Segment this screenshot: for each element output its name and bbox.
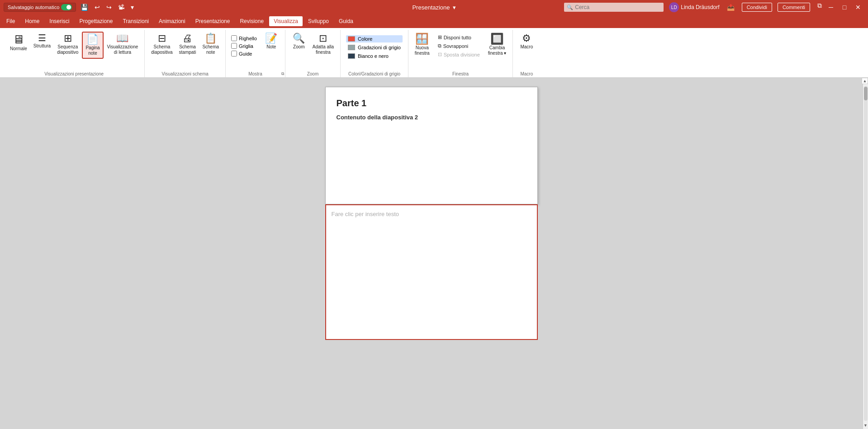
undo-icon[interactable]: ↩ bbox=[93, 3, 102, 12]
ribbon-section-vis-schema: ⊟ Schemadiapositiva 🖨 Schemastampati 📋 S… bbox=[145, 30, 226, 77]
autosave-label: Salvataggio automatico bbox=[8, 5, 59, 10]
btn-sovrapponi[interactable]: ⧉ Sovrapponi bbox=[436, 42, 482, 50]
btn-schema-diapositiva[interactable]: ⊟ Schemadiapositiva bbox=[148, 32, 175, 57]
gradazioni-label: Gradazioni di grigio bbox=[358, 45, 401, 50]
btn-schema-stampati[interactable]: 🖨 Schemastampati bbox=[176, 32, 199, 57]
btn-disponi-tutto[interactable]: ⊞ Disponi tutto bbox=[436, 33, 482, 41]
slide-page: Parte 1 Contenuto della diapositiva 2 bbox=[325, 87, 538, 204]
btn-normale[interactable]: 🖥 Normale bbox=[7, 32, 30, 53]
adatta-finestra-label: Adatta allafinestra bbox=[313, 44, 334, 55]
comments-button[interactable]: Commenti bbox=[778, 3, 810, 12]
btn-vis-lettura[interactable]: 📖 Visualizzazionedi lettura bbox=[104, 32, 141, 57]
btn-pagina-note[interactable]: 📄 Paginanote bbox=[82, 32, 103, 59]
slide-container: Parte 1 Contenuto della diapositiva 2 Fa… bbox=[325, 87, 538, 340]
notes-container[interactable]: Fare clic per inserire testo bbox=[325, 204, 538, 340]
menu-home[interactable]: Home bbox=[20, 16, 44, 26]
section-label-macro: Macro bbox=[513, 71, 540, 76]
btn-adatta-finestra[interactable]: ⊡ Adatta allafinestra bbox=[310, 32, 337, 57]
section-label-vis-presentazione: Visualizzazioni presentazione bbox=[4, 71, 144, 76]
sequenza-label: Sequenzadiapositivo bbox=[57, 44, 78, 55]
menu-transizioni[interactable]: Transizioni bbox=[118, 16, 153, 26]
color-item-gradazioni[interactable]: Gradazioni di grigio bbox=[346, 44, 403, 51]
checkbox-griglia[interactable]: Griglia bbox=[231, 43, 257, 49]
menu-bar: File Home Inserisci Progettazione Transi… bbox=[0, 14, 868, 28]
menu-file[interactable]: File bbox=[2, 16, 19, 26]
menu-animazioni[interactable]: Animazioni bbox=[154, 16, 190, 26]
sovrapponi-icon: ⧉ bbox=[438, 43, 441, 49]
pagina-note-label: Paginanote bbox=[85, 45, 100, 56]
comments-label: Commenti bbox=[783, 5, 805, 10]
color-item-bianco-nero[interactable]: Bianco e nero bbox=[346, 52, 403, 60]
schema-diapositiva-icon: ⊟ bbox=[158, 33, 166, 43]
righello-checkbox[interactable] bbox=[231, 35, 237, 41]
btn-macro[interactable]: ⚙ Macro bbox=[517, 32, 536, 52]
sequenza-icon: ⊞ bbox=[64, 33, 72, 43]
ribbon-section-mostra: Righello Griglia Guide 📝 Note ⧉ Mostra bbox=[226, 30, 285, 77]
ribbon-collapse-button[interactable]: ▲ bbox=[862, 78, 868, 84]
autosave-toggle[interactable]: Salvataggio automatico bbox=[4, 3, 76, 12]
btn-cambia-finestra[interactable]: 🔲 Cambiafinestra ▾ bbox=[485, 32, 509, 58]
menu-sviluppo[interactable]: Sviluppo bbox=[304, 16, 333, 26]
menu-visualizza[interactable]: Visualizza bbox=[269, 16, 303, 26]
colore-swatch bbox=[348, 36, 355, 42]
vis-lettura-icon: 📖 bbox=[116, 33, 128, 43]
scroll-thumb[interactable] bbox=[864, 87, 868, 100]
search-wrap bbox=[564, 3, 664, 12]
normale-icon: 🖥 bbox=[13, 33, 24, 45]
menu-progettazione[interactable]: Progettazione bbox=[75, 16, 117, 26]
checkbox-righello[interactable]: Righello bbox=[231, 35, 257, 41]
schema-note-label: Schemanote bbox=[202, 44, 219, 55]
save-icon[interactable]: 💾 bbox=[79, 3, 90, 12]
menu-presentazione[interactable]: Presentazione bbox=[191, 16, 235, 26]
btn-nuova-finestra[interactable]: 🪟 Nuovafinestra bbox=[412, 32, 432, 58]
zoom-icon: 🔍 bbox=[293, 33, 305, 43]
title-bar-left: Salvataggio automatico 💾 ↩ ↪ 📽 ▾ bbox=[4, 3, 136, 12]
btn-schema-note[interactable]: 📋 Schemanote bbox=[199, 32, 222, 57]
maximize-button[interactable]: □ bbox=[838, 1, 851, 14]
share-label: Condividi bbox=[747, 5, 767, 10]
title-bar: Salvataggio automatico 💾 ↩ ↪ 📽 ▾ Present… bbox=[0, 0, 868, 14]
minimize-button[interactable]: ─ bbox=[825, 1, 837, 14]
customize-icon[interactable]: ▾ bbox=[129, 3, 136, 12]
redo-icon[interactable]: ↪ bbox=[104, 3, 114, 12]
schema-note-icon: 📋 bbox=[204, 33, 217, 43]
color-item-colore[interactable]: Colore bbox=[346, 35, 403, 42]
disponi-tutto-icon: ⊞ bbox=[438, 34, 442, 40]
section-label-colori: Colori/Gradazioni di grigio bbox=[341, 71, 408, 76]
section-label-finestra: Finestra bbox=[408, 71, 512, 76]
btn-zoom[interactable]: 🔍 Zoom bbox=[289, 32, 309, 52]
section-label-zoom: Zoom bbox=[285, 71, 340, 76]
share-button[interactable]: Condividi bbox=[742, 3, 772, 12]
section-label-vis-schema: Visualizzazioni schema bbox=[145, 71, 225, 76]
autosave-toggle-circle[interactable] bbox=[61, 4, 72, 10]
ribbon-section-zoom: 🔍 Zoom ⊡ Adatta allafinestra Zoom bbox=[285, 30, 341, 77]
griglia-checkbox[interactable] bbox=[231, 43, 237, 49]
btn-sequenza-diapositivo[interactable]: ⊞ Sequenzadiapositivo bbox=[54, 32, 81, 57]
scroll-down-arrow[interactable]: ▼ bbox=[863, 422, 868, 429]
close-button[interactable]: ✕ bbox=[852, 1, 864, 14]
btn-note[interactable]: 📝 Note bbox=[261, 32, 281, 52]
schema-diapositiva-label: Schemadiapositiva bbox=[151, 44, 172, 55]
share-icon[interactable]: 📤 bbox=[725, 3, 736, 12]
slide-area: Parte 1 Contenuto della diapositiva 2 Fa… bbox=[0, 78, 863, 429]
main-content: Parte 1 Contenuto della diapositiva 2 Fa… bbox=[0, 78, 868, 429]
guide-checkbox[interactable] bbox=[231, 51, 237, 57]
righello-label: Righello bbox=[239, 36, 257, 41]
present-icon[interactable]: 📽 bbox=[116, 3, 126, 12]
schema-stampati-label: Schemastampati bbox=[179, 44, 196, 55]
restore-icon[interactable]: ⧉ bbox=[816, 1, 824, 14]
menu-inserisci[interactable]: Inserisci bbox=[45, 16, 74, 26]
vis-lettura-label: Visualizzazionedi lettura bbox=[107, 44, 138, 55]
menu-revisione[interactable]: Revisione bbox=[235, 16, 268, 26]
gradazioni-swatch bbox=[348, 45, 355, 50]
griglia-label: Griglia bbox=[239, 43, 253, 49]
struttura-icon: ☰ bbox=[38, 33, 46, 42]
menu-guida[interactable]: Guida bbox=[334, 16, 358, 26]
guide-label: Guide bbox=[239, 51, 252, 57]
ribbon-section-finestra: 🪟 Nuovafinestra ⊞ Disponi tutto ⧉ Sovrap… bbox=[408, 30, 513, 77]
btn-struttura[interactable]: ☰ Struttura bbox=[31, 32, 53, 51]
search-input[interactable] bbox=[564, 3, 664, 12]
macro-icon: ⚙ bbox=[522, 33, 531, 43]
user-badge: LD Linda Dräusdorf bbox=[669, 2, 719, 12]
checkbox-guide[interactable]: Guide bbox=[231, 51, 257, 57]
